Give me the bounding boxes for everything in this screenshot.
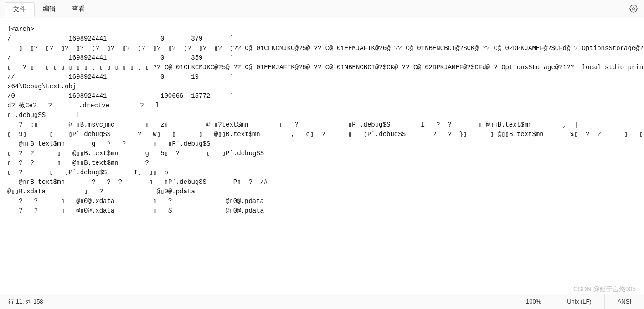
status-eol[interactable]: Unix (LF) bbox=[554, 294, 604, 309]
menu-edit[interactable]: 编辑 bbox=[35, 2, 64, 16]
status-encoding[interactable]: ANSI bbox=[604, 294, 644, 309]
menu-bar: 文件 编辑 查看 bbox=[0, 0, 644, 18]
status-cursor[interactable]: 行 11, 列 158 bbox=[0, 298, 513, 306]
svg-point-0 bbox=[633, 8, 635, 10]
status-zoom[interactable]: 100% bbox=[513, 294, 554, 309]
editor-content[interactable]: !<arch> / 1698924441 0 379 ` ▯ ▯? ▯? ▯? … bbox=[0, 18, 644, 293]
menu-view[interactable]: 查看 bbox=[64, 2, 93, 16]
gear-icon[interactable] bbox=[629, 5, 638, 13]
menu-file[interactable]: 文件 bbox=[5, 2, 35, 17]
status-bar: 行 11, 列 158 100% Unix (LF) ANSI bbox=[0, 294, 644, 309]
